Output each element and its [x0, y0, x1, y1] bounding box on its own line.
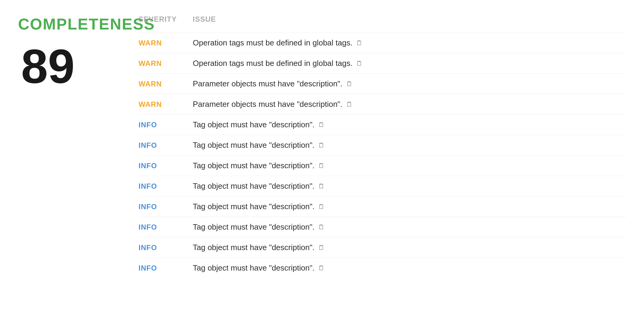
- issue-text-container: Tag object must have "description".🗒: [193, 222, 626, 232]
- severity-badge: WARN: [139, 59, 193, 68]
- table-row: INFOTag object must have "description".🗒: [139, 217, 626, 237]
- document-icon[interactable]: 🗒: [318, 203, 325, 211]
- table-row: INFOTag object must have "description".🗒: [139, 258, 626, 278]
- issue-list: WARNOperation tags must be defined in gl…: [139, 33, 626, 278]
- document-icon[interactable]: 🗒: [346, 101, 353, 108]
- document-icon[interactable]: 🗒: [318, 244, 325, 252]
- document-icon[interactable]: 🗒: [318, 223, 325, 231]
- issue-text: Parameter objects must have "description…: [193, 79, 342, 88]
- completeness-score: 89: [21, 42, 75, 90]
- table-row: WARNOperation tags must be defined in gl…: [139, 33, 626, 53]
- right-panel: SEVERITY ISSUE WARNOperation tags must b…: [114, 12, 626, 278]
- issue-text-container: Tag object must have "description".🗒: [193, 161, 626, 170]
- document-icon[interactable]: 🗒: [318, 141, 325, 149]
- issue-text-container: Parameter objects must have "description…: [193, 100, 626, 109]
- severity-badge: INFO: [139, 203, 193, 211]
- issue-text-container: Tag object must have "description".🗒: [193, 181, 626, 191]
- issue-text: Tag object must have "description".: [193, 202, 314, 211]
- table-row: WARNParameter objects must have "descrip…: [139, 73, 626, 94]
- issue-text: Tag object must have "description".: [193, 120, 314, 129]
- table-row: WARNOperation tags must be defined in gl…: [139, 53, 626, 73]
- severity-column-header: SEVERITY: [139, 15, 193, 23]
- issue-text: Tag object must have "description".: [193, 243, 314, 252]
- table-row: INFOTag object must have "description".🗒: [139, 196, 626, 217]
- issue-column-header: ISSUE: [193, 15, 626, 23]
- issue-text: Parameter objects must have "description…: [193, 100, 342, 109]
- issue-text: Tag object must have "description".: [193, 141, 314, 150]
- table-header: SEVERITY ISSUE: [139, 15, 626, 29]
- table-row: INFOTag object must have "description".🗒: [139, 114, 626, 135]
- issue-text-container: Operation tags must be defined in global…: [193, 59, 626, 68]
- severity-badge: WARN: [139, 80, 193, 88]
- document-icon[interactable]: 🗒: [318, 182, 325, 190]
- document-icon[interactable]: 🗒: [356, 39, 363, 47]
- table-row: WARNParameter objects must have "descrip…: [139, 94, 626, 114]
- severity-badge: WARN: [139, 100, 193, 109]
- severity-badge: WARN: [139, 39, 193, 47]
- issue-text: Tag object must have "description".: [193, 161, 314, 170]
- issue-text-container: Tag object must have "description".🗒: [193, 202, 626, 211]
- document-icon[interactable]: 🗒: [356, 60, 363, 67]
- table-row: INFOTag object must have "description".🗒: [139, 237, 626, 258]
- issue-text: Tag object must have "description".: [193, 181, 314, 191]
- document-icon[interactable]: 🗒: [318, 121, 325, 129]
- document-icon[interactable]: 🗒: [318, 162, 325, 170]
- main-container: COMPLETENESS 89 SEVERITY ISSUE WARNOpera…: [18, 12, 626, 278]
- severity-badge: INFO: [139, 223, 193, 231]
- severity-badge: INFO: [139, 141, 193, 150]
- issue-text-container: Tag object must have "description".🗒: [193, 120, 626, 129]
- severity-badge: INFO: [139, 182, 193, 191]
- issue-text: Tag object must have "description".: [193, 222, 314, 232]
- document-icon[interactable]: 🗒: [346, 80, 353, 88]
- issue-text: Operation tags must be defined in global…: [193, 38, 352, 48]
- severity-badge: INFO: [139, 243, 193, 252]
- issue-text: Operation tags must be defined in global…: [193, 59, 352, 68]
- document-icon[interactable]: 🗒: [318, 264, 325, 272]
- issue-text: Tag object must have "description".: [193, 263, 314, 273]
- table-row: INFOTag object must have "description".🗒: [139, 176, 626, 196]
- severity-badge: INFO: [139, 162, 193, 170]
- severity-badge: INFO: [139, 264, 193, 272]
- table-row: INFOTag object must have "description".🗒: [139, 135, 626, 155]
- severity-badge: INFO: [139, 121, 193, 129]
- issue-text-container: Tag object must have "description".🗒: [193, 263, 626, 273]
- issue-text-container: Operation tags must be defined in global…: [193, 38, 626, 48]
- table-row: INFOTag object must have "description".🗒: [139, 155, 626, 176]
- left-panel: COMPLETENESS 89: [18, 12, 114, 90]
- issue-text-container: Tag object must have "description".🗒: [193, 141, 626, 150]
- issue-text-container: Tag object must have "description".🗒: [193, 243, 626, 252]
- issue-text-container: Parameter objects must have "description…: [193, 79, 626, 88]
